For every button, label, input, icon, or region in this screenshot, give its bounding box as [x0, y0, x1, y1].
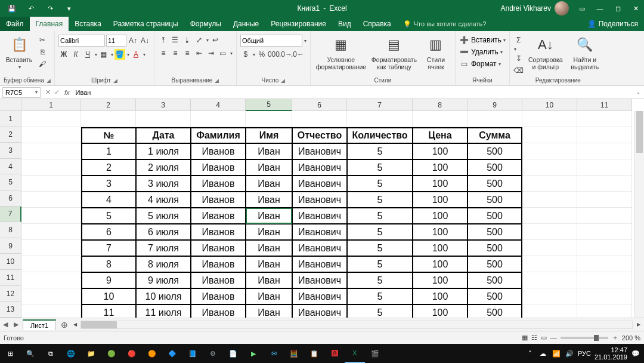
- share-button[interactable]: 👤 Поделиться: [581, 17, 644, 31]
- cell[interactable]: 9 июля: [136, 272, 191, 288]
- speaker-icon[interactable]: 🔊: [565, 350, 574, 358]
- cell[interactable]: 100: [413, 304, 467, 318]
- delete-cells-button[interactable]: ➖Удалить▾: [459, 47, 503, 57]
- cell[interactable]: Иванов: [191, 159, 246, 176]
- minimize-button[interactable]: —: [592, 0, 608, 17]
- name-box[interactable]: R7C5▾: [2, 87, 41, 98]
- cell[interactable]: 100: [413, 288, 467, 304]
- cell[interactable]: Иван: [246, 143, 292, 159]
- cell[interactable]: 8 июля: [136, 256, 191, 272]
- taskbar-app[interactable]: 🎬: [365, 344, 385, 363]
- taskbar-app[interactable]: ▶: [243, 344, 264, 363]
- cell[interactable]: [21, 208, 81, 224]
- cell[interactable]: [577, 192, 632, 208]
- taskbar-app[interactable]: 📁: [81, 344, 101, 363]
- row-header[interactable]: 13: [0, 302, 21, 318]
- orientation-icon[interactable]: ⤢: [194, 35, 205, 45]
- cell[interactable]: 1 июля: [136, 143, 191, 159]
- cell[interactable]: [522, 240, 577, 256]
- row-header[interactable]: 10: [0, 254, 21, 270]
- fx-icon[interactable]: fx: [64, 89, 73, 96]
- cell[interactable]: Иван: [246, 272, 292, 288]
- cell[interactable]: [577, 111, 632, 127]
- sheet-nav-next[interactable]: ▶: [11, 321, 21, 328]
- cell[interactable]: 10: [81, 288, 136, 304]
- tray-overflow-icon[interactable]: ˄: [525, 350, 535, 358]
- sheet-tab[interactable]: Лист1: [23, 319, 56, 330]
- select-all-corner[interactable]: [0, 99, 21, 111]
- start-button[interactable]: ⊞: [0, 344, 20, 363]
- taskbar-app[interactable]: 🟢: [101, 344, 122, 363]
- task-view-icon[interactable]: ⧉: [41, 344, 61, 363]
- expand-formula-icon[interactable]: ⌄: [633, 90, 644, 95]
- cell[interactable]: 1: [81, 143, 136, 159]
- cell[interactable]: 5: [81, 208, 136, 224]
- taskbar-app[interactable]: ✉: [264, 344, 284, 363]
- cell[interactable]: 10 июля: [136, 288, 191, 304]
- row-header[interactable]: 4: [0, 159, 21, 175]
- border-icon[interactable]: ▦: [98, 49, 109, 60]
- cell[interactable]: №: [81, 127, 136, 143]
- font-name-select[interactable]: [58, 35, 105, 47]
- percent-icon[interactable]: %: [256, 49, 267, 60]
- row-header[interactable]: 2: [0, 127, 21, 143]
- cell[interactable]: [522, 224, 577, 240]
- column-header[interactable]: 2: [81, 99, 136, 111]
- cell[interactable]: 100: [413, 192, 467, 208]
- taskbar-app[interactable]: 🅰: [324, 344, 345, 363]
- tab-view[interactable]: Вид: [332, 17, 357, 31]
- row-header[interactable]: 6: [0, 190, 21, 207]
- cell[interactable]: [522, 176, 577, 192]
- row-header[interactable]: 5: [0, 174, 21, 190]
- row-header[interactable]: 12: [0, 286, 21, 302]
- row-header[interactable]: 11: [0, 270, 21, 286]
- tab-layout[interactable]: Разметка страницы: [107, 17, 184, 31]
- cell[interactable]: 100: [413, 240, 467, 256]
- cell-styles-button[interactable]: ▥ Стили ячеек: [420, 35, 451, 70]
- save-icon[interactable]: 💾: [4, 0, 20, 17]
- cell[interactable]: 6 июля: [136, 224, 191, 240]
- cell[interactable]: 5: [347, 176, 413, 192]
- maximize-button[interactable]: ◻: [609, 0, 626, 17]
- cell[interactable]: Иван: [246, 304, 292, 318]
- cell[interactable]: Сумма: [467, 127, 522, 143]
- cell[interactable]: 100: [413, 272, 467, 288]
- taskbar-app[interactable]: 🟠: [142, 344, 162, 363]
- column-header[interactable]: 7: [347, 99, 413, 111]
- cell[interactable]: [522, 256, 577, 272]
- page-layout-view-icon[interactable]: ☷: [531, 334, 537, 342]
- cell[interactable]: 5: [347, 159, 413, 176]
- cell[interactable]: 500: [467, 272, 522, 288]
- cell[interactable]: 9: [81, 272, 136, 288]
- font-size-select[interactable]: [106, 35, 126, 47]
- cell[interactable]: 500: [467, 208, 522, 224]
- find-select-button[interactable]: 🔍 Найти и выделить: [567, 35, 603, 70]
- cell[interactable]: 100: [413, 208, 467, 224]
- cell[interactable]: 100: [413, 256, 467, 272]
- cell[interactable]: [21, 224, 81, 240]
- cell[interactable]: 3: [81, 176, 136, 192]
- cell[interactable]: 5: [347, 143, 413, 159]
- number-format-select[interactable]: [240, 35, 302, 47]
- tell-me[interactable]: 💡 Что вы хотите сделать?: [397, 17, 493, 31]
- column-header[interactable]: 9: [467, 99, 522, 111]
- column-header[interactable]: 10: [522, 99, 577, 111]
- zoom-level[interactable]: 200 %: [622, 334, 640, 342]
- cell[interactable]: [21, 159, 81, 176]
- wrap-text-icon[interactable]: ↩: [210, 35, 221, 45]
- autosum-icon[interactable]: Σ: [513, 35, 524, 45]
- insert-cells-button[interactable]: ➕Вставить▾: [459, 35, 506, 45]
- cell[interactable]: Иванов: [191, 288, 246, 304]
- cell[interactable]: Иванов: [191, 240, 246, 256]
- taskbar-app[interactable]: 📋: [304, 344, 324, 363]
- cell[interactable]: 5: [347, 224, 413, 240]
- cell[interactable]: Иванович: [292, 240, 347, 256]
- cell[interactable]: [246, 111, 292, 127]
- network-icon[interactable]: 📶: [552, 350, 561, 358]
- taskbar-app[interactable]: X: [345, 344, 365, 363]
- comma-icon[interactable]: 000: [268, 49, 279, 60]
- clock-date[interactable]: 21.01.2019: [595, 353, 627, 361]
- normal-view-icon[interactable]: ▦: [522, 334, 528, 342]
- tab-formulas[interactable]: Формулы: [184, 17, 227, 31]
- copy-icon[interactable]: ⎘: [37, 47, 48, 57]
